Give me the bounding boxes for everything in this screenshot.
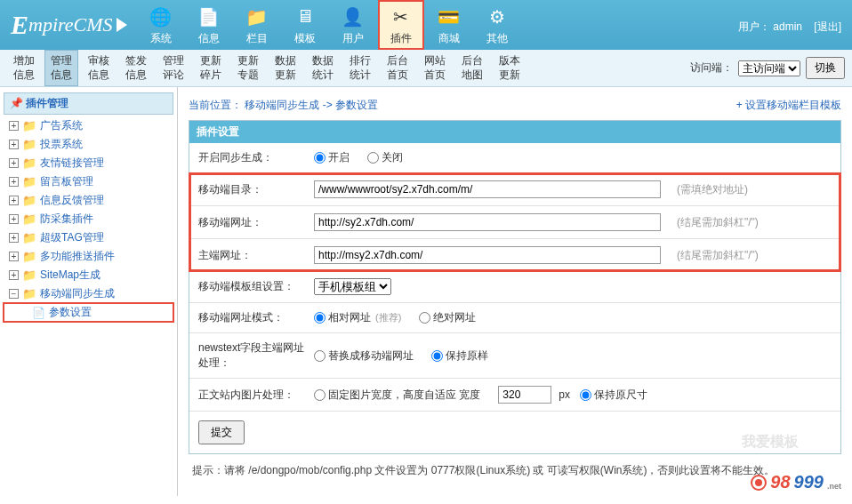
- img-keep[interactable]: 保持原尺寸: [580, 388, 647, 403]
- submit-button[interactable]: 提交: [198, 420, 245, 444]
- tree-toggle-icon[interactable]: +: [9, 140, 19, 149]
- subnav-item[interactable]: 审核信息: [82, 50, 116, 86]
- switch-button[interactable]: 切换: [806, 57, 845, 79]
- set-template-link[interactable]: + 设置移动端栏目模板: [736, 98, 841, 113]
- row-template: 移动端模板组设置： 手机模板组: [189, 271, 840, 303]
- dir-input[interactable]: [314, 180, 661, 198]
- subnav-item[interactable]: 后台地图: [455, 50, 489, 86]
- subnav-item[interactable]: 数据更新: [269, 50, 302, 86]
- subnav-item[interactable]: 管理信息: [44, 50, 78, 86]
- main-url-input[interactable]: [314, 246, 661, 264]
- tree-child-item[interactable]: 📄参数设置: [4, 303, 173, 322]
- tree-toggle-icon[interactable]: +: [9, 233, 19, 243]
- newstext-replace[interactable]: 替换成移动端网址: [314, 348, 414, 364]
- panel-title: 插件设置: [189, 121, 840, 143]
- arrow-icon: [117, 18, 127, 32]
- folder-icon: 📁: [22, 231, 36, 244]
- tree-item[interactable]: +📁友情链接管理: [4, 154, 173, 172]
- row-submit: 提交: [189, 412, 840, 453]
- row-url: 移动端网址： (结尾需加斜杠"/"): [189, 206, 840, 239]
- subnav-item[interactable]: 数据统计: [306, 50, 340, 86]
- tree-item[interactable]: +📁SiteMap生成: [4, 266, 173, 284]
- tree-toggle-icon[interactable]: +: [9, 158, 19, 168]
- top-nav-模板[interactable]: 🖥模板: [282, 0, 328, 50]
- tree-toggle-icon[interactable]: +: [9, 214, 19, 224]
- row-url-mode: 移动端网址模式： 相对网址(推荐) 绝对网址: [189, 303, 840, 333]
- folder-icon: 📁: [22, 250, 36, 263]
- url-mode-relative[interactable]: 相对网址(推荐): [314, 310, 401, 325]
- breadcrumb-link[interactable]: 移动端同步生成: [245, 99, 319, 111]
- row-newstext: newstext字段主端网址处理： 替换成移动端网址 保持原样: [189, 333, 840, 379]
- sidebar-tree: +📁广告系统+📁投票系统+📁友情链接管理+📁留言板管理+📁信息反馈管理+📁防采集…: [4, 116, 173, 322]
- subnav-item[interactable]: 管理评论: [157, 50, 190, 86]
- tree-item[interactable]: −📁移动端同步生成: [4, 284, 173, 303]
- logo: EmpireCMS: [0, 10, 138, 40]
- tree-item[interactable]: +📁留言板管理: [4, 172, 173, 191]
- folder-icon: 📁: [22, 287, 36, 300]
- tree-item[interactable]: +📁超级TAG管理: [4, 228, 173, 247]
- tree-item[interactable]: +📁多功能推送插件: [4, 247, 173, 266]
- enable-on[interactable]: 开启: [314, 150, 350, 165]
- subnav-item[interactable]: 网站首页: [418, 50, 452, 86]
- template-select[interactable]: 手机模板组: [314, 278, 391, 295]
- img-width-input[interactable]: [498, 386, 551, 404]
- top-nav: 🌐系统📄信息📁栏目🖥模板👤用户✂插件💳商城⚙其他: [138, 0, 520, 50]
- tree-toggle-icon[interactable]: +: [9, 252, 19, 261]
- folder-icon: 📁: [22, 212, 36, 226]
- top-nav-信息[interactable]: 📄信息: [186, 0, 232, 50]
- tree-item[interactable]: +📁信息反馈管理: [4, 191, 173, 210]
- tree-toggle-icon[interactable]: +: [9, 121, 19, 131]
- settings-panel: 插件设置 开启同步生成： 开启 关闭 移动端目录： (需填绝对地址) 移动: [189, 120, 841, 454]
- subnav-item[interactable]: 签发信息: [119, 50, 153, 86]
- folder-icon: 📁: [22, 268, 36, 282]
- sidebar: 📌 插件管理 +📁广告系统+📁投票系统+📁友情链接管理+📁留言板管理+📁信息反馈…: [0, 87, 178, 496]
- nav-icon: 👤: [341, 4, 366, 29]
- tree-toggle-icon[interactable]: −: [9, 289, 19, 299]
- content-area: 当前位置： 移动端同步生成 -> 参数设置 + 设置移动端栏目模板 插件设置 开…: [178, 87, 852, 496]
- subnav-item[interactable]: 后台首页: [381, 50, 414, 86]
- nav-icon: 🖥: [293, 4, 317, 29]
- folder-icon: 📁: [22, 156, 36, 170]
- subnav-item[interactable]: 增加信息: [7, 50, 41, 86]
- subnav-item[interactable]: 更新碎片: [194, 50, 228, 86]
- url-input[interactable]: [314, 213, 661, 231]
- enable-off[interactable]: 关闭: [367, 150, 403, 165]
- row-enable: 开启同步生成： 开启 关闭: [189, 143, 840, 173]
- sidebar-title: 📌 插件管理: [4, 92, 173, 115]
- visit-select[interactable]: 主访问端: [738, 60, 800, 76]
- tip-text: 提示：请将 /e/dongpo/mob/config.php 文件设置为 077…: [189, 454, 841, 487]
- logout-link[interactable]: [退出]: [814, 20, 841, 33]
- top-nav-用户[interactable]: 👤用户: [330, 0, 376, 50]
- top-nav-商城[interactable]: 💳商城: [426, 0, 472, 50]
- nav-icon: 💳: [437, 4, 462, 29]
- tree-toggle-icon[interactable]: +: [9, 177, 19, 187]
- nav-icon: 📁: [245, 4, 269, 29]
- subnav-item[interactable]: 版本更新: [493, 50, 526, 86]
- url-mode-absolute[interactable]: 绝对网址: [419, 310, 476, 325]
- subnav-item[interactable]: 更新专题: [231, 50, 265, 86]
- tree-item[interactable]: +📁防采集插件: [4, 210, 173, 228]
- tree-toggle-icon[interactable]: +: [9, 270, 19, 280]
- folder-icon: 📁: [22, 194, 36, 207]
- tree-item[interactable]: +📁投票系统: [4, 135, 173, 154]
- highlighted-fields: 移动端目录： (需填绝对地址) 移动端网址： (结尾需加斜杠"/") 主端网址：: [189, 173, 840, 271]
- footer-icon: [751, 475, 767, 491]
- tree-toggle-icon[interactable]: +: [9, 196, 19, 205]
- top-nav-栏目[interactable]: 📁栏目: [234, 0, 280, 50]
- top-nav-插件[interactable]: ✂插件: [378, 0, 424, 50]
- tree-item[interactable]: +📁广告系统: [4, 116, 173, 135]
- footer-logo: 98999 .net: [751, 472, 841, 492]
- breadcrumb: 当前位置： 移动端同步生成 -> 参数设置 + 设置移动端栏目模板: [189, 94, 841, 120]
- row-main-url: 主端网址： (结尾需加斜杠"/"): [189, 239, 840, 271]
- nav-icon: ⚙: [485, 4, 510, 29]
- img-fixed[interactable]: 固定图片宽度，高度自适应 宽度: [314, 388, 480, 403]
- nav-icon: ✂: [389, 4, 414, 29]
- sub-nav: 增加信息管理信息审核信息签发信息管理评论更新碎片更新专题数据更新数据统计排行统计…: [0, 50, 852, 87]
- subnav-item[interactable]: 排行统计: [343, 50, 377, 86]
- folder-icon: 📁: [22, 138, 36, 151]
- top-nav-系统[interactable]: 🌐系统: [138, 0, 184, 50]
- top-nav-其他[interactable]: ⚙其他: [474, 0, 520, 50]
- visit-switcher: 访问端： 主访问端 切换: [690, 57, 845, 79]
- newstext-keep[interactable]: 保持原样: [431, 348, 488, 364]
- folder-icon: 📁: [22, 175, 36, 188]
